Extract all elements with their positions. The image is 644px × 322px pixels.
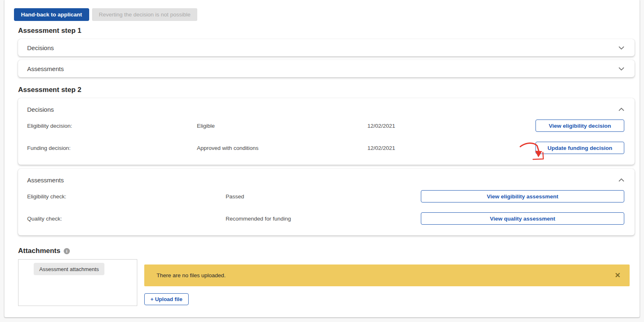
funding-decision-date: 12/02/2021 bbox=[367, 145, 536, 151]
chevron-down-icon bbox=[619, 46, 624, 50]
hand-back-to-applicant-button[interactable]: Hand-back to applicant bbox=[14, 8, 89, 21]
step2-assessments-panel: Assessments Eligibility check: Passed Vi… bbox=[18, 169, 635, 235]
view-eligibility-assessment-button[interactable]: View eligibility assessment bbox=[421, 190, 624, 202]
quality-check-label: Quality check: bbox=[27, 216, 226, 222]
close-icon[interactable]: ✕ bbox=[615, 272, 621, 279]
eligibility-decision-value: Eligible bbox=[197, 123, 367, 129]
funding-decision-row: Funding decision: Approved with conditio… bbox=[27, 137, 624, 159]
no-files-alert-text: There are no files uploaded. bbox=[157, 272, 226, 278]
view-eligibility-decision-button[interactable]: View eligibility decision bbox=[536, 120, 624, 132]
step2-decisions-panel: Decisions Eligibility decision: Eligible… bbox=[18, 98, 635, 165]
collapse-panel-button[interactable] bbox=[619, 106, 624, 113]
revert-decision-disabled-button: Reverting the decision is not possible bbox=[92, 8, 198, 21]
info-icon[interactable]: i bbox=[64, 248, 70, 254]
top-actions-row: Hand-back to applicant Reverting the dec… bbox=[14, 8, 630, 21]
step2-decisions-title: Decisions bbox=[27, 106, 54, 113]
quality-check-value: Recommended for funding bbox=[226, 216, 421, 222]
step1-assessments-accordion[interactable]: Assessments bbox=[18, 60, 635, 77]
attachments-title: Attachments bbox=[18, 247, 60, 255]
step1-decisions-accordion[interactable]: Decisions bbox=[18, 39, 635, 56]
eligibility-check-row: Eligibility check: Passed View eligibili… bbox=[27, 185, 624, 207]
quality-check-row: Quality check: Recommended for funding V… bbox=[27, 207, 624, 230]
step1-decisions-title: Decisions bbox=[27, 44, 54, 51]
attachments-section: Assessment attachments There are no file… bbox=[18, 259, 630, 306]
chevron-down-icon bbox=[619, 67, 624, 71]
chevron-up-icon bbox=[619, 177, 624, 183]
update-funding-decision-button[interactable]: Update funding decision bbox=[536, 142, 624, 154]
assessment-page-card: Hand-back to applicant Reverting the dec… bbox=[4, 0, 640, 317]
step2-assessments-title: Assessments bbox=[27, 177, 64, 184]
chevron-up-icon bbox=[619, 106, 624, 113]
funding-decision-value: Approved with conditions bbox=[197, 145, 367, 151]
no-files-alert: There are no files uploaded. ✕ bbox=[144, 264, 630, 286]
eligibility-decision-label: Eligibility decision: bbox=[27, 123, 197, 129]
step1-assessments-title: Assessments bbox=[27, 65, 64, 72]
attachments-tab-list: Assessment attachments bbox=[18, 259, 137, 306]
assessment-step-2-heading: Assessment step 2 bbox=[18, 86, 630, 94]
attachments-heading: Attachments i bbox=[18, 247, 630, 255]
eligibility-decision-row: Eligibility decision: Eligible 12/02/202… bbox=[27, 115, 624, 137]
funding-decision-label: Funding decision: bbox=[27, 145, 197, 151]
assessment-step-1-heading: Assessment step 1 bbox=[18, 27, 630, 35]
eligibility-check-value: Passed bbox=[226, 193, 421, 200]
upload-file-button[interactable]: + Upload file bbox=[144, 293, 189, 305]
eligibility-check-label: Eligibility check: bbox=[27, 193, 226, 200]
view-quality-assessment-button[interactable]: View quality assessment bbox=[421, 212, 624, 225]
assessment-attachments-tab[interactable]: Assessment attachments bbox=[34, 263, 104, 275]
eligibility-decision-date: 12/02/2021 bbox=[367, 123, 536, 129]
collapse-panel-button[interactable] bbox=[619, 177, 624, 183]
